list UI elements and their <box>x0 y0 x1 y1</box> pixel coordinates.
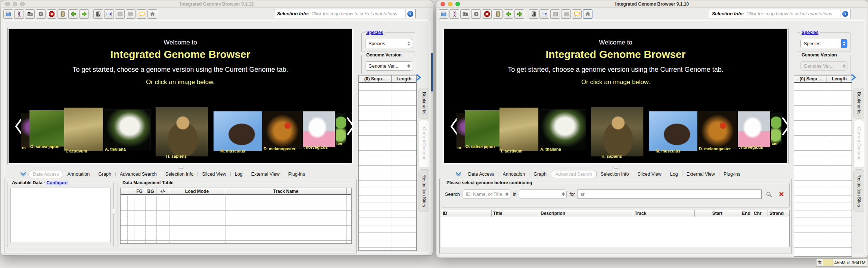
sequence-rows[interactable] <box>359 83 416 250</box>
minimize-button[interactable] <box>448 2 452 6</box>
dmt-col-track-name[interactable]: Track Name <box>225 188 347 194</box>
species-image-mmusculus[interactable] <box>649 111 697 151</box>
expand-side-panel-button[interactable] <box>850 74 858 82</box>
minimize-button[interactable] <box>13 2 17 6</box>
species-image-dmelanogaster[interactable] <box>263 111 302 149</box>
results-col-id[interactable]: ID <box>441 210 492 217</box>
screenshot-button[interactable] <box>25 9 35 19</box>
home-button[interactable] <box>583 9 592 19</box>
dmt-col-strand[interactable]: +/- <box>156 188 169 194</box>
splitter-handle[interactable] <box>112 208 115 215</box>
tab-advanced-search[interactable]: Advanced Search <box>116 170 161 178</box>
results-col-title[interactable]: Title <box>492 210 539 217</box>
species-image-taestivum[interactable] <box>64 108 103 151</box>
tab-annotation[interactable]: Annotation <box>63 170 94 178</box>
dmt-col-fg[interactable]: FG <box>134 188 145 194</box>
vertical-tab-bookmarks[interactable]: Bookmarks <box>419 88 429 118</box>
tab-external-view[interactable]: External View <box>247 170 284 178</box>
journal-button[interactable] <box>493 9 503 19</box>
home-button[interactable] <box>147 9 157 19</box>
tab-external-view[interactable]: External View <box>682 170 719 178</box>
dmt-col-load-mode[interactable]: Load Mode <box>169 188 225 194</box>
dmt-rows[interactable] <box>121 196 351 243</box>
collapse-tabs-button[interactable] <box>18 170 29 178</box>
sequence-column-header[interactable]: (0) Sequ... <box>359 76 392 82</box>
species-image-rnorvegicus[interactable] <box>303 111 335 147</box>
tab-selection-info[interactable]: Selection Info <box>597 170 633 178</box>
tab-graph[interactable]: Graph <box>529 170 551 178</box>
tab-data-access[interactable]: Data Access <box>464 170 498 178</box>
species-image-mmusculus[interactable] <box>214 111 262 151</box>
species-image-osativa[interactable] <box>465 110 502 147</box>
collapse-tabs-button[interactable] <box>453 170 464 178</box>
splitter-handle[interactable] <box>613 166 619 169</box>
search-scope-combobox[interactable] <box>519 190 567 199</box>
vertical-tab-restriction-sites[interactable]: Restriction Sites <box>419 169 429 212</box>
results-col-end[interactable]: End <box>724 210 752 217</box>
forward-button[interactable] <box>514 9 524 19</box>
tab-advanced-search[interactable]: Advanced Search <box>551 170 596 178</box>
dna-button[interactable] <box>449 9 459 19</box>
tab-data-access[interactable]: Data Access <box>29 170 63 178</box>
tab-log[interactable]: Log <box>666 170 682 178</box>
open-file-button[interactable] <box>3 9 13 19</box>
tab-selection-info[interactable]: Selection Info <box>161 170 198 178</box>
search-query-input[interactable]: sr <box>578 190 762 199</box>
stop-button[interactable] <box>47 9 56 19</box>
tab-plugins[interactable]: Plug-ins <box>719 170 744 178</box>
species-image-rnorvegicus[interactable] <box>738 111 770 147</box>
tab-sliced-view[interactable]: Sliced View <box>633 170 665 178</box>
expand-side-panel-button[interactable] <box>415 74 423 82</box>
species-image-athaliana[interactable] <box>104 110 150 149</box>
length-column-header[interactable]: Length <box>392 76 416 82</box>
configure-link[interactable]: Configure <box>46 180 68 185</box>
species-link[interactable]: Species <box>802 30 818 35</box>
species-image-hsapiens[interactable] <box>156 107 208 156</box>
back-button[interactable] <box>68 9 78 19</box>
species-image-athaliana[interactable] <box>539 110 586 149</box>
vertical-tab-current-genome[interactable]: Current Genome <box>853 120 864 168</box>
results-col-strand[interactable]: Strand <box>768 210 789 217</box>
tab-sliced-view[interactable]: Sliced View <box>198 170 230 178</box>
sequence-column-header[interactable]: (0) Sequ... <box>794 76 827 82</box>
results-body[interactable] <box>441 218 789 247</box>
tab-log[interactable]: Log <box>231 170 247 178</box>
results-col-track[interactable]: Track <box>633 210 695 217</box>
search-field-combobox[interactable]: ID, Name, or Title <box>463 190 510 199</box>
feedback-button[interactable] <box>572 9 582 19</box>
genome-version-combobox[interactable]: Genome Ver... <box>365 61 412 71</box>
carousel-next-button[interactable] <box>344 116 352 137</box>
vertical-tab-bookmarks[interactable]: Bookmarks <box>853 88 864 118</box>
export-track-button[interactable] <box>539 9 549 19</box>
open-file-button[interactable] <box>439 9 448 19</box>
filmstrip-button[interactable] <box>529 9 538 19</box>
tab-graph[interactable]: Graph <box>94 170 115 178</box>
log-list-button[interactable] <box>561 9 571 19</box>
stop-button[interactable] <box>482 9 492 19</box>
results-col-chr[interactable]: Chr <box>752 210 768 217</box>
close-button[interactable] <box>441 2 445 6</box>
dmt-col-bg[interactable]: BG <box>145 188 156 194</box>
vertical-tab-restriction-sites[interactable]: Restriction Sites <box>853 169 864 212</box>
close-button[interactable] <box>5 2 10 6</box>
run-search-button[interactable] <box>764 190 774 199</box>
preferences-button[interactable] <box>36 9 46 19</box>
results-col-start[interactable]: Start <box>695 210 724 217</box>
clear-search-button[interactable]: ✕ <box>777 190 786 199</box>
species-image-hsapiens[interactable] <box>591 107 643 156</box>
garbage-collect-button[interactable] <box>816 260 823 265</box>
tab-annotation[interactable]: Annotation <box>498 170 529 178</box>
journal-button[interactable] <box>57 9 67 19</box>
results-col-description[interactable]: Description <box>539 210 633 217</box>
feedback-button[interactable] <box>137 9 146 19</box>
zoom-button[interactable] <box>455 2 460 6</box>
species-image-osativa[interactable] <box>29 110 67 147</box>
species-combobox[interactable]: Species <box>365 39 412 48</box>
species-link[interactable]: Species <box>366 30 383 35</box>
zoom-button[interactable] <box>20 2 25 6</box>
info-button[interactable]: i <box>840 9 850 18</box>
forward-button[interactable] <box>79 9 89 19</box>
species-image-taestivum[interactable] <box>500 108 538 151</box>
species-image-dmelanogaster[interactable] <box>698 111 737 149</box>
screenshot-button[interactable] <box>460 9 470 19</box>
